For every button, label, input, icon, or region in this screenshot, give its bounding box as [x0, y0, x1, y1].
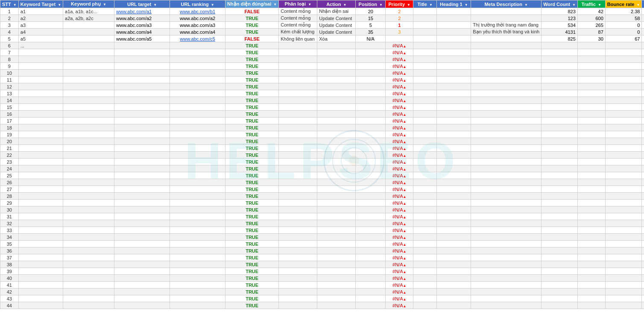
header-position[interactable]: Position ▼	[356, 0, 386, 8]
table-cell	[413, 63, 437, 70]
table-cell	[63, 104, 114, 111]
table-cell	[577, 241, 605, 247]
table-cell: #N/A▲	[386, 234, 413, 241]
table-cell	[437, 22, 471, 29]
url-ranking-link[interactable]: www.abc.com/c5	[180, 36, 215, 41]
table-cell	[170, 63, 225, 70]
header-action[interactable]: Action ▼	[317, 0, 356, 8]
table-cell	[605, 138, 642, 145]
table-cell: Update Content	[317, 29, 356, 35]
table-cell	[605, 213, 642, 220]
table-cell	[18, 77, 63, 83]
table-cell	[577, 83, 605, 90]
table-cell	[413, 289, 437, 295]
table-cell: www.abc.com/a4	[170, 29, 225, 35]
table-cell	[542, 49, 578, 56]
table-cell	[605, 83, 642, 90]
header-keyword-target[interactable]: Keyword Target ▼	[18, 0, 63, 8]
table-cell	[577, 131, 605, 138]
table-cell: 43	[0, 295, 19, 302]
table-cell: 29	[0, 200, 19, 206]
table-cell	[605, 145, 642, 152]
table-cell	[437, 83, 471, 90]
table-cell	[471, 131, 542, 138]
table-cell: TRUE	[225, 145, 279, 152]
header-phan-loai[interactable]: Phân loại ▼	[279, 0, 317, 8]
url-target-link[interactable]: www.abc.com/a1	[116, 9, 152, 14]
sort-icon-kw-phu: ▼	[103, 3, 106, 6]
table-cell	[413, 104, 437, 111]
table-cell	[18, 206, 63, 213]
table-cell: TRUE	[225, 289, 279, 295]
url-ranking-link[interactable]: www.abc.com/b1	[180, 9, 215, 14]
table-cell	[605, 111, 642, 118]
table-cell	[437, 131, 471, 138]
table-cell	[577, 159, 605, 165]
table-cell: #N/A▲	[386, 77, 413, 83]
header-url-ranking[interactable]: URL ranking ▼	[170, 0, 225, 8]
header-meta-description[interactable]: Meta Description ▼	[471, 0, 542, 8]
table-cell: #N/A▲	[386, 186, 413, 193]
table-cell	[279, 118, 317, 124]
header-priority[interactable]: Priority ▼	[386, 0, 413, 8]
table-cell	[317, 282, 356, 289]
table-cell	[577, 138, 605, 145]
table-cell	[279, 234, 317, 241]
table-cell: Bạn yêu thích thời trang và kinh	[471, 29, 542, 35]
header-word-count[interactable]: Word Count ▼	[542, 0, 578, 8]
table-cell	[577, 282, 605, 289]
table-cell: 38	[0, 261, 19, 268]
table-row: 28TRUE#N/A▲	[0, 193, 644, 200]
table-cell	[114, 172, 170, 179]
table-cell	[413, 186, 437, 193]
table-cell	[114, 227, 170, 234]
table-cell	[114, 289, 170, 295]
table-cell	[471, 63, 542, 70]
table-cell	[279, 213, 317, 220]
table-cell	[605, 179, 642, 186]
table-cell	[18, 268, 63, 275]
table-cell: 21	[0, 145, 19, 152]
table-cell: 0	[605, 29, 642, 35]
table-row: 39TRUE#N/A▲	[0, 268, 644, 275]
table-cell	[471, 15, 542, 22]
table-cell	[471, 200, 542, 206]
table-cell	[18, 165, 63, 172]
table-cell	[317, 77, 356, 83]
table-cell: TRUE	[225, 77, 279, 83]
table-cell	[18, 124, 63, 131]
table-cell	[605, 200, 642, 206]
table-cell	[413, 111, 437, 118]
table-cell	[170, 234, 225, 241]
table-row: 9TRUE#N/A▲	[0, 63, 644, 70]
header-keyword-phu[interactable]: Keyword phụ ▼	[63, 0, 114, 8]
header-nhan-dien[interactable]: Nhận diện đúng/sai ▼	[225, 0, 279, 8]
table-cell: 67	[605, 35, 642, 42]
table-cell	[642, 104, 644, 111]
header-time-on-site[interactable]: Time on site ▼	[642, 0, 644, 8]
table-cell: #N/A▲	[386, 159, 413, 165]
header-url-target[interactable]: URL target ▼	[114, 0, 170, 8]
table-cell	[577, 70, 605, 77]
table-cell: 6	[0, 42, 19, 49]
table-cell	[279, 63, 317, 70]
sort-icon-wordcount: ▼	[572, 3, 576, 7]
header-title[interactable]: Title ▼	[413, 0, 437, 8]
table-cell	[317, 186, 356, 193]
table-cell	[356, 289, 386, 295]
table-cell: #N/A▲	[386, 138, 413, 145]
table-row: 8TRUE#N/A▲	[0, 56, 644, 63]
header-bounce-rate[interactable]: Bounce rate ▼	[605, 0, 642, 8]
table-cell	[317, 111, 356, 118]
table-row: 42TRUE#N/A▲	[0, 289, 644, 295]
header-traffic[interactable]: Traffic ▼	[577, 0, 605, 8]
table-cell	[18, 241, 63, 247]
table-cell	[542, 268, 578, 275]
table-cell	[437, 111, 471, 118]
header-stt[interactable]: STT ▼	[0, 0, 19, 8]
table-cell	[413, 56, 437, 63]
table-cell	[63, 111, 114, 118]
table-cell	[437, 172, 471, 179]
table-cell	[317, 42, 356, 49]
header-heading1[interactable]: Heading 1 ▼	[437, 0, 471, 8]
